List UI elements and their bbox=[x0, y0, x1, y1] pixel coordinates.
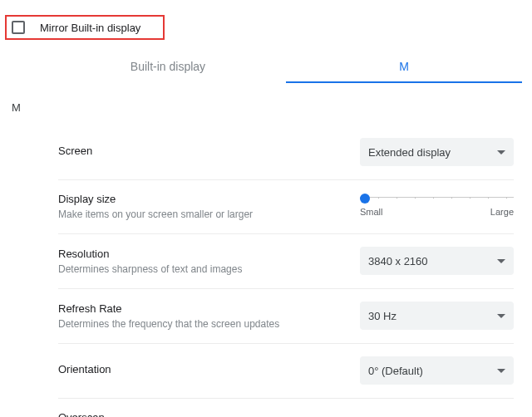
tab-external[interactable]: M bbox=[286, 50, 522, 83]
row-resolution: Resolution Determines sharpness of text … bbox=[58, 234, 514, 289]
tab-builtin[interactable]: Built-in display bbox=[50, 50, 286, 83]
display-size-slider[interactable]: Small Large bbox=[360, 197, 514, 217]
orientation-title: Orientation bbox=[58, 363, 111, 375]
refresh-title: Refresh Rate bbox=[58, 302, 279, 315]
display-tabs: Built-in display M bbox=[50, 50, 522, 83]
chevron-down-icon bbox=[497, 369, 505, 373]
resolution-select[interactable]: 3840 x 2160 bbox=[360, 247, 514, 275]
orientation-select[interactable]: 0° (Default) bbox=[360, 356, 514, 385]
slider-min-label: Small bbox=[360, 207, 383, 217]
chevron-down-icon bbox=[497, 259, 505, 263]
screen-select[interactable]: Extended display bbox=[360, 138, 514, 166]
refresh-value: 30 Hz bbox=[368, 310, 397, 322]
row-overscan[interactable]: Overscan Adjust the boundaries of your d… bbox=[58, 399, 514, 417]
mirror-checkbox[interactable] bbox=[12, 21, 25, 34]
mirror-label: Mirror Built-in display bbox=[40, 22, 140, 34]
display-size-title: Display size bbox=[58, 193, 253, 205]
slider-thumb[interactable] bbox=[360, 194, 370, 204]
section-heading: M bbox=[12, 101, 21, 114]
settings-list: Screen Extended display Display size Mak… bbox=[58, 133, 514, 417]
slider-max-label: Large bbox=[490, 207, 514, 217]
screen-select-value: Extended display bbox=[368, 146, 451, 159]
chevron-down-icon bbox=[497, 314, 505, 318]
row-refresh: Refresh Rate Determines the frequency th… bbox=[58, 289, 514, 344]
display-size-desc: Make items on your screen smaller or lar… bbox=[58, 208, 253, 220]
mirror-display-row[interactable]: Mirror Built-in display bbox=[12, 15, 140, 40]
resolution-desc: Determines sharpness of text and images bbox=[58, 263, 242, 275]
row-screen: Screen Extended display bbox=[58, 133, 514, 180]
overscan-title: Overscan bbox=[58, 411, 304, 417]
resolution-value: 3840 x 2160 bbox=[368, 255, 428, 267]
screen-title: Screen bbox=[58, 145, 92, 157]
refresh-desc: Determines the frequency that the screen… bbox=[58, 318, 279, 330]
resolution-title: Resolution bbox=[58, 248, 242, 260]
row-display-size: Display size Make items on your screen s… bbox=[58, 180, 514, 234]
chevron-down-icon bbox=[497, 150, 505, 155]
orientation-value: 0° (Default) bbox=[368, 365, 423, 377]
refresh-select[interactable]: 30 Hz bbox=[360, 302, 514, 330]
row-orientation: Orientation 0° (Default) bbox=[58, 344, 514, 399]
